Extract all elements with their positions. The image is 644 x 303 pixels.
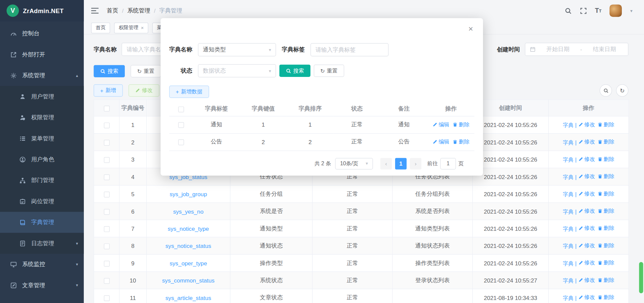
dict-data-link[interactable]: 字典 [563, 225, 574, 232]
edit-link[interactable]: 修改 [578, 138, 595, 145]
goto-page-input[interactable] [440, 158, 456, 169]
fullscreen-icon[interactable] [580, 7, 587, 14]
delete-link[interactable]: 删除 [597, 224, 614, 232]
edit-link[interactable]: 编辑 [432, 121, 449, 128]
sidebar-toggle-icon[interactable] [91, 8, 99, 13]
dict-data-link[interactable]: 字典 [563, 191, 574, 198]
dict-label-input[interactable] [311, 43, 389, 56]
sidebar-item-posts[interactable]: 岗位管理 [0, 191, 84, 212]
edit-link[interactable]: 修改 [578, 294, 595, 301]
delete-link[interactable]: 删除 [597, 207, 614, 215]
row-checkbox[interactable] [104, 140, 109, 145]
row-checkbox[interactable] [104, 122, 109, 128]
sidebar-item-roles[interactable]: 用户角色 [0, 149, 84, 170]
status-select[interactable]: 数据状态 ▾ [198, 64, 276, 77]
sidebar-item-dictionary[interactable]: 字典管理 [0, 212, 84, 233]
delete-link[interactable]: 删除 [597, 173, 614, 180]
sidebar-item-monitor[interactable]: 系统监控 ▾ [0, 254, 84, 275]
sidebar-item-system[interactable]: 系统管理 ▴ [0, 65, 84, 86]
edit-link[interactable]: 修改 [578, 155, 595, 163]
user-avatar[interactable] [610, 4, 622, 17]
scrollbar-thumb[interactable] [639, 262, 643, 293]
sidebar-item-dashboard[interactable]: 控制台 [0, 23, 84, 44]
edit-link[interactable]: 修改 [578, 173, 595, 180]
edit-link[interactable]: 修改 [578, 224, 595, 232]
row-checkbox[interactable] [104, 191, 109, 197]
delete-link[interactable]: 删除 [597, 155, 614, 163]
dialog-reset-button[interactable]: ↻ 重置 [314, 64, 344, 77]
edit-link[interactable]: 修改 [578, 276, 595, 284]
edit-link[interactable]: 修改 [578, 242, 595, 249]
delete-link[interactable]: 删除 [597, 276, 614, 284]
row-checkbox[interactable] [104, 243, 109, 249]
date-range-input[interactable]: 开始日期 - 结束日期 [525, 43, 629, 56]
row-checkbox[interactable] [104, 278, 109, 284]
delete-link[interactable]: 删除 [597, 242, 614, 249]
dict-data-link[interactable]: 字典 [563, 122, 574, 129]
breadcrumb-system[interactable]: 系统管理 [127, 7, 150, 14]
row-checkbox[interactable] [178, 139, 184, 145]
tab-close-icon[interactable]: × [141, 25, 144, 31]
row-checkbox[interactable] [104, 157, 109, 163]
dict-data-link[interactable]: 字典 [563, 243, 574, 250]
user-menu-caret-icon[interactable]: ▾ [630, 8, 633, 13]
prev-page-button[interactable]: ‹ [380, 158, 392, 169]
delete-link[interactable]: 删除 [597, 259, 614, 266]
delete-link[interactable]: 删除 [597, 121, 614, 128]
edit-link[interactable]: 修改 [578, 207, 595, 215]
dialog-search-button[interactable]: 搜索 [279, 64, 311, 77]
tab-permissions[interactable]: 权限管理 × [114, 23, 148, 33]
edit-link[interactable]: 修改 [578, 259, 595, 266]
delete-link[interactable]: 删除 [597, 190, 614, 197]
dict-data-link[interactable]: 字典 [563, 277, 574, 285]
row-checkbox[interactable] [178, 122, 184, 128]
sidebar-item-users[interactable]: 用户管理 [0, 86, 84, 107]
dict-type-link[interactable]: sys_article_status [165, 294, 211, 301]
delete-link[interactable]: 删除 [452, 121, 469, 128]
toggle-search-icon[interactable] [600, 84, 612, 97]
dict-data-link[interactable]: 字典 [563, 173, 574, 181]
close-icon[interactable]: × [468, 25, 473, 33]
delete-link[interactable]: 删除 [597, 138, 614, 145]
page-size-select[interactable]: 10条/页 ▾ [335, 158, 373, 169]
dict-type-link[interactable]: sys_notice_type [168, 225, 209, 232]
edit-link[interactable]: 编辑 [432, 138, 449, 145]
app-logo[interactable]: V ZrAdmin.NET [0, 0, 84, 21]
sidebar-item-permissions[interactable]: 权限管理 [0, 107, 84, 128]
edit-link[interactable]: 修改 [578, 121, 595, 128]
dict-data-link[interactable]: 字典 [563, 139, 574, 146]
font-size-icon[interactable]: TT [595, 7, 601, 14]
sidebar-item-menus[interactable]: 菜单管理 [0, 128, 84, 149]
search-button[interactable]: 搜索 [94, 65, 125, 77]
add-button[interactable]: + 新增 [94, 84, 122, 97]
dict-data-link[interactable]: 字典 [563, 156, 574, 164]
row-checkbox[interactable] [104, 226, 109, 232]
current-page-button[interactable]: 1 [395, 158, 407, 169]
edit-button[interactable]: 修改 [128, 84, 159, 97]
edit-link[interactable]: 修改 [578, 190, 595, 197]
add-data-button[interactable]: + 新增数据 [169, 86, 209, 98]
delete-link[interactable]: 删除 [452, 138, 469, 145]
reset-button[interactable]: ↻ 重置 [130, 65, 161, 77]
breadcrumb-home[interactable]: 首页 [107, 7, 118, 14]
dict-data-link[interactable]: 字典 [563, 294, 574, 302]
select-all-checkbox[interactable] [104, 105, 109, 111]
sidebar-item-articles[interactable]: 文章管理 ▾ [0, 275, 84, 296]
row-checkbox[interactable] [104, 261, 109, 266]
dict-data-link[interactable]: 字典 [563, 208, 574, 215]
dict-name-select[interactable]: 通知类型 ▾ [198, 43, 276, 56]
dict-type-link[interactable]: sys_common_status [162, 277, 214, 284]
dict-type-link[interactable]: sys_yes_no [173, 208, 204, 215]
row-checkbox[interactable] [104, 209, 109, 215]
dict-data-link[interactable]: 字典 [563, 260, 574, 267]
refresh-table-icon[interactable]: ↻ [616, 84, 629, 97]
sidebar-item-departments[interactable]: 部门管理 [0, 170, 84, 191]
sidebar-item-external[interactable]: 外部打开 [0, 44, 84, 65]
tab-home[interactable]: 首页 [91, 23, 110, 33]
search-icon[interactable] [565, 7, 572, 14]
row-checkbox[interactable] [104, 295, 109, 301]
dict-type-link[interactable]: sys_notice_status [165, 243, 211, 249]
dict-type-link[interactable]: sys_oper_type [170, 260, 207, 266]
next-page-button[interactable]: › [410, 158, 421, 169]
sidebar-item-logs[interactable]: 日志管理 ▾ [0, 233, 84, 254]
